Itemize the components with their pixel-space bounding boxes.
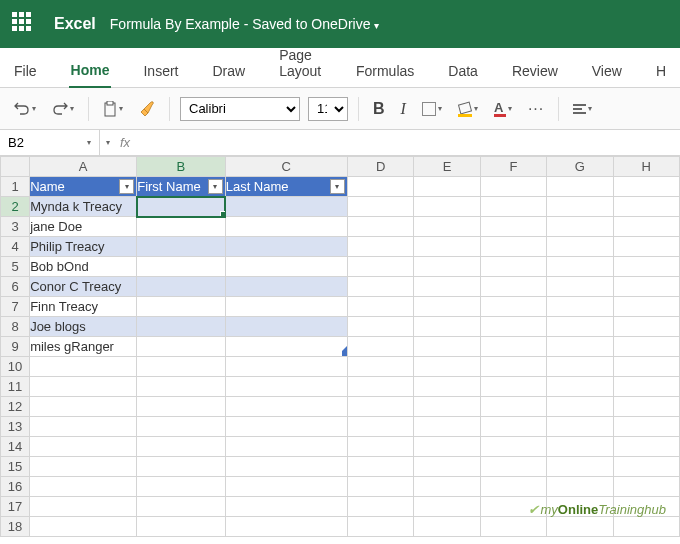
cell[interactable]: jane Doe [30,217,137,237]
col-header[interactable]: E [414,157,480,177]
row-header[interactable]: 16 [1,477,30,497]
chevron-down-icon[interactable]: ▾ [106,138,110,147]
cell[interactable]: miles gRanger [30,337,137,357]
cell[interactable] [225,417,347,437]
filter-dropdown-icon[interactable]: ▾ [208,179,223,194]
cell[interactable] [547,357,613,377]
cell[interactable] [225,217,347,237]
col-header[interactable]: G [547,157,613,177]
cell[interactable] [225,237,347,257]
cell[interactable] [547,177,613,197]
cell[interactable] [225,297,347,317]
cell[interactable] [30,497,137,517]
cell[interactable] [414,477,480,497]
tab-insert[interactable]: Insert [141,55,180,87]
col-header[interactable]: C [225,157,347,177]
clipboard-button[interactable]: ▾ [99,98,127,120]
cell[interactable] [347,417,413,437]
cell[interactable]: Bob bOnd [30,257,137,277]
tab-file[interactable]: File [12,55,39,87]
fx-icon[interactable]: fx [120,135,130,150]
cell[interactable] [547,337,613,357]
cell-selected[interactable] [137,197,225,217]
redo-button[interactable]: ▾ [48,99,78,119]
cell[interactable] [225,317,347,337]
row-header[interactable]: 9 [1,337,30,357]
cell[interactable] [347,337,413,357]
row-header[interactable]: 14 [1,437,30,457]
cell[interactable] [137,517,225,537]
cell[interactable] [613,217,679,237]
cell[interactable] [547,217,613,237]
cell[interactable] [414,357,480,377]
cell[interactable] [613,337,679,357]
col-header[interactable]: D [347,157,413,177]
row-header[interactable]: 13 [1,417,30,437]
cell[interactable] [225,277,347,297]
cell[interactable] [547,297,613,317]
cell[interactable] [613,197,679,217]
cell[interactable] [613,417,679,437]
cell[interactable] [613,297,679,317]
cell[interactable] [137,277,225,297]
cell[interactable] [137,237,225,257]
col-header[interactable]: H [613,157,679,177]
cell[interactable] [347,397,413,417]
cell[interactable] [547,457,613,477]
cell[interactable] [30,457,137,477]
cell[interactable] [480,237,546,257]
tab-home[interactable]: Home [69,54,112,88]
cell[interactable] [414,277,480,297]
cell[interactable] [30,437,137,457]
tab-draw[interactable]: Draw [210,55,247,87]
table-header-cell[interactable]: Last Name▾ [225,177,347,197]
cell[interactable] [137,377,225,397]
cell[interactable] [414,217,480,237]
cell[interactable] [613,177,679,197]
cell[interactable] [480,377,546,397]
cell[interactable] [137,437,225,457]
cell[interactable] [347,457,413,477]
row-header[interactable]: 6 [1,277,30,297]
cell[interactable] [414,177,480,197]
cell[interactable] [613,357,679,377]
tab-help[interactable]: H [654,55,668,87]
row-header[interactable]: 5 [1,257,30,277]
cell[interactable] [347,297,413,317]
cell[interactable] [137,357,225,377]
row-header[interactable]: 15 [1,457,30,477]
cell[interactable] [30,377,137,397]
cell[interactable] [613,377,679,397]
cell[interactable] [613,317,679,337]
row-header[interactable]: 1 [1,177,30,197]
cell[interactable] [137,317,225,337]
cell[interactable] [480,517,546,537]
cell[interactable] [414,417,480,437]
cell[interactable] [480,337,546,357]
cell[interactable] [30,477,137,497]
row-header[interactable]: 4 [1,237,30,257]
col-header[interactable]: A [30,157,137,177]
row-header[interactable]: 3 [1,217,30,237]
cell[interactable] [225,457,347,477]
app-launcher-icon[interactable] [12,12,36,36]
cell[interactable] [137,257,225,277]
cell[interactable] [30,517,137,537]
cell[interactable] [30,357,137,377]
cell[interactable] [613,477,679,497]
cell[interactable] [480,197,546,217]
cell[interactable] [414,337,480,357]
cell[interactable] [613,517,679,537]
cell[interactable] [613,257,679,277]
table-header-cell[interactable]: First Name▾ [137,177,225,197]
cell[interactable] [480,277,546,297]
cell[interactable] [547,317,613,337]
cell[interactable] [480,417,546,437]
row-header[interactable]: 12 [1,397,30,417]
cell[interactable] [547,417,613,437]
cell[interactable] [347,237,413,257]
row-header[interactable]: 2 [1,197,30,217]
table-header-cell[interactable]: Name▾ [30,177,137,197]
tab-page-layout[interactable]: Page Layout [277,39,324,87]
cell[interactable] [137,417,225,437]
